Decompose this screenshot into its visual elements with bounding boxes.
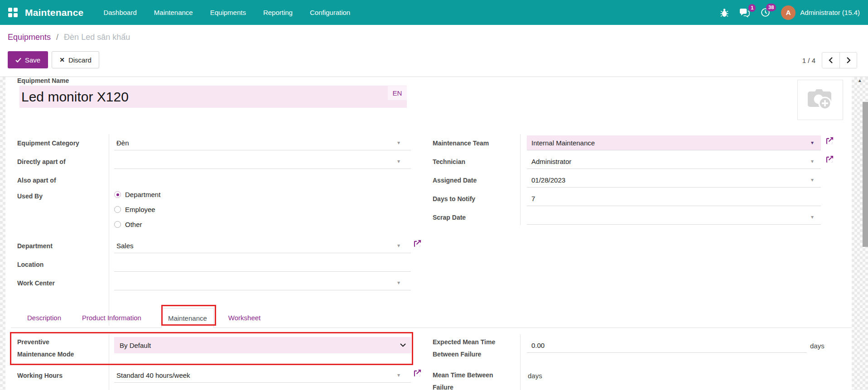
external-link-icon[interactable] (825, 136, 834, 147)
preventive-maintenance-mode-label: Preventive Maintenance Mode (17, 336, 85, 361)
tab-product-information[interactable]: Product Information (76, 308, 148, 327)
save-button[interactable]: Save (8, 51, 48, 68)
radio-other[interactable]: Other (114, 221, 142, 228)
camera-plus-icon (805, 87, 835, 113)
location-field[interactable] (114, 257, 411, 272)
working-hours-label: Working Hours (17, 371, 63, 380)
pager-count: 1 / 4 (802, 57, 815, 64)
translation-lang-badge[interactable]: EN (388, 86, 407, 100)
radio-employee[interactable]: Employee (114, 206, 155, 213)
radio-selected-icon[interactable] (114, 191, 121, 198)
radio-unselected-icon[interactable] (114, 221, 121, 228)
chevron-down-icon[interactable]: ▾ (397, 140, 400, 146)
messages-count-badge: 1 (748, 4, 756, 12)
technician-label: Technician (433, 158, 465, 166)
menu-reporting[interactable]: Reporting (263, 9, 293, 16)
also-apart-label: Also apart of (17, 176, 56, 184)
select-chevron-down-icon (400, 343, 406, 347)
scrollbar-up-arrow[interactable]: ▲ (858, 78, 862, 83)
app-window: Maintenance Dashboard Maintenance Equipm… (0, 0, 868, 390)
expected-mtbf-unit: days (810, 342, 825, 350)
pager-next-button[interactable] (839, 53, 857, 68)
radio-department[interactable]: Department (114, 191, 160, 198)
maintenance-team-field[interactable]: Internal Maintenance (527, 135, 821, 150)
expected-mtbf-field[interactable]: 0.00 (527, 338, 807, 353)
external-link-icon[interactable] (413, 239, 422, 250)
tab-maintenance[interactable]: Maintenance (161, 308, 214, 328)
directly-apart-label: Directly apart of (17, 158, 66, 166)
apps-grid-icon[interactable] (8, 8, 18, 17)
department-field[interactable]: Sales (114, 238, 411, 253)
chevron-down-icon[interactable]: ▾ (397, 279, 400, 286)
equipment-image-upload[interactable] (797, 80, 843, 120)
chevron-down-icon[interactable]: ▾ (811, 177, 814, 183)
pager-previous-button[interactable] (822, 53, 839, 68)
equipment-name-label: Equipment Name (17, 77, 69, 84)
chevron-down-icon[interactable]: ▾ (397, 372, 400, 378)
tab-description[interactable]: Description (21, 308, 68, 327)
scrollbar-thumb[interactable] (863, 102, 868, 247)
preventive-maintenance-mode-select[interactable]: By Default (114, 337, 411, 353)
notebook-tabs: Description Product Information Maintena… (11, 308, 852, 328)
user-menu[interactable]: A Administrator (15.4) (781, 5, 860, 20)
user-avatar[interactable]: A (781, 5, 796, 20)
breadcrumb-equipments-link[interactable]: Equipments (8, 33, 51, 42)
breadcrumb-current-record: Đèn Led sân khấu (64, 33, 130, 42)
assigned-date-label: Assigned Date (433, 176, 477, 184)
chevron-down-icon[interactable]: ▾ (397, 242, 400, 249)
chevron-down-icon[interactable]: ▾ (811, 158, 814, 164)
days-to-notify-label: Days to Notify (433, 195, 475, 203)
technician-field[interactable]: Administrator (527, 154, 821, 169)
mtbf-label: Mean Time Between Failure (433, 369, 510, 390)
navbar-systray: 1 38 A Administrator (15.4) (720, 5, 860, 20)
record-pager: 1 / 4 (802, 52, 857, 68)
app-brand[interactable]: Maintenance (25, 7, 83, 18)
debug-bug-icon[interactable] (720, 8, 728, 17)
right-bottom-separator (520, 334, 521, 390)
equipment-category-field[interactable]: Đèn (114, 135, 411, 150)
days-to-notify-field[interactable]: 7 (527, 191, 821, 206)
messages-icon[interactable]: 1 (739, 8, 750, 17)
work-center-field[interactable] (114, 275, 411, 290)
scrap-date-field[interactable] (527, 210, 821, 225)
chevron-down-icon[interactable]: ▾ (397, 158, 400, 164)
menu-maintenance[interactable]: Maintenance (154, 9, 193, 16)
user-name: Administrator (15.4) (800, 9, 860, 16)
equipment-name-input[interactable]: Led monitor X120 (19, 86, 407, 108)
right-column-separator (520, 134, 521, 225)
assigned-date-field[interactable]: 01/28/2023 (527, 173, 821, 188)
activities-clock-icon[interactable]: 38 (761, 8, 770, 17)
department-label: Department (17, 242, 53, 250)
control-panel-divider (0, 77, 868, 77)
menu-configuration[interactable]: Configuration (310, 9, 350, 16)
external-link-icon[interactable] (413, 369, 422, 379)
used-by-label: Used By (17, 192, 43, 200)
external-link-icon[interactable] (825, 155, 834, 165)
menu-equipments[interactable]: Equipments (210, 9, 246, 16)
mtbf-unit: days (528, 372, 542, 380)
left-bottom-separator (109, 334, 109, 390)
also-apart-field[interactable] (114, 173, 411, 188)
working-hours-field[interactable]: Standard 40 hours/week (114, 368, 411, 383)
scrap-date-label: Scrap Date (433, 213, 466, 221)
tab-worksheet[interactable]: Worksheet (222, 308, 267, 327)
chevron-down-icon[interactable]: ▾ (811, 140, 814, 146)
radio-unselected-icon[interactable] (114, 206, 121, 213)
form-action-buttons: Save ✕ Discard (8, 51, 99, 68)
left-column-separator (109, 134, 109, 326)
top-navbar: Maintenance Dashboard Maintenance Equipm… (0, 0, 868, 25)
x-icon: ✕ (59, 56, 65, 63)
discard-button[interactable]: ✕ Discard (52, 51, 99, 68)
menu-dashboard[interactable]: Dashboard (103, 9, 136, 16)
directly-apart-field[interactable] (114, 154, 411, 169)
main-menu: Dashboard Maintenance Equipments Reporti… (103, 9, 350, 16)
expected-mtbf-label: Expected Mean Time Between Failure (433, 336, 506, 361)
work-center-label: Work Center (17, 279, 55, 287)
equipment-category-label: Equipment Category (17, 139, 79, 147)
activities-count-badge: 38 (766, 4, 776, 11)
maintenance-team-label: Maintenance Team (433, 139, 489, 147)
breadcrumb: Equipments / Đèn Led sân khấu (8, 33, 130, 42)
check-icon (15, 58, 21, 63)
breadcrumb-separator: / (56, 33, 58, 42)
chevron-down-icon[interactable]: ▾ (811, 214, 814, 220)
